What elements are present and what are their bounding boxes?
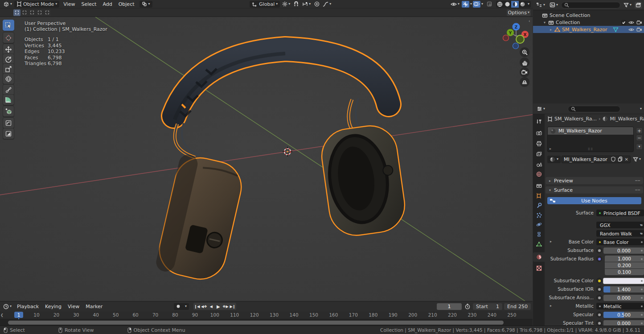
decorator-dot[interactable] bbox=[641, 280, 643, 282]
checkbox-icon[interactable] bbox=[621, 20, 626, 25]
timeline-menu-marker[interactable]: Marker bbox=[82, 303, 106, 310]
mode-dropdown[interactable]: Object Mode▾ bbox=[14, 1, 59, 8]
editor-type-button[interactable]: ▾ bbox=[2, 1, 13, 8]
enum-dropdown[interactable]: GGX▾ bbox=[596, 222, 644, 228]
enum-dropdown[interactable]: Random Walk▾ bbox=[596, 230, 644, 237]
play-reverse-button[interactable]: ◀ bbox=[208, 303, 215, 310]
frame-start-field[interactable]: Start1 bbox=[473, 303, 502, 310]
select-mode-subtract[interactable] bbox=[29, 9, 36, 16]
frame-end-field[interactable]: End250 bbox=[504, 303, 531, 310]
camera-icon[interactable] bbox=[636, 27, 642, 32]
decorator-dot[interactable] bbox=[641, 258, 643, 260]
tab-collection[interactable] bbox=[533, 181, 545, 190]
tool-add-cube[interactable] bbox=[3, 106, 14, 117]
jump-to-end-button[interactable]: ▶❙ bbox=[229, 303, 236, 310]
snap-settings-dropdown[interactable]: ▾ bbox=[301, 1, 312, 8]
decorator-dot[interactable] bbox=[641, 250, 643, 252]
shading-solid-button[interactable] bbox=[504, 1, 511, 8]
decorator-dot[interactable] bbox=[641, 297, 643, 299]
ortho-perspective-button[interactable] bbox=[520, 77, 529, 87]
select-mode-intersect[interactable] bbox=[44, 9, 51, 16]
socket-button[interactable] bbox=[596, 256, 602, 262]
value-slider[interactable]: 0.500 bbox=[603, 312, 644, 318]
material-slot-row[interactable]: MI_Walkers_Razor bbox=[548, 127, 633, 135]
proportional-edit-toggle[interactable] bbox=[313, 1, 320, 8]
pan-hand-button[interactable] bbox=[520, 58, 529, 67]
outliner-row-sm-walkers-razor[interactable]: ▸ SM_Walkers_Razor bbox=[533, 26, 644, 33]
camera-icon[interactable] bbox=[636, 20, 642, 25]
material-slot-specials-dropdown[interactable]: ▾ bbox=[636, 144, 643, 150]
timeline-menu-view[interactable]: View bbox=[65, 303, 82, 310]
socket-button[interactable] bbox=[596, 312, 602, 318]
sidebar-collapse-arrow[interactable]: ‹ bbox=[529, 19, 530, 23]
breadcrumb-object[interactable]: SM_Walkers_Ra... bbox=[554, 116, 597, 122]
previous-keyframe-button[interactable]: ◀❖ bbox=[201, 303, 208, 310]
tab-render[interactable] bbox=[533, 128, 545, 138]
pivot-point-dropdown[interactable]: ▾ bbox=[281, 1, 291, 8]
tab-world[interactable] bbox=[533, 169, 545, 179]
preview-panel-header[interactable]: ▸Preview══ bbox=[546, 177, 643, 184]
shading-material-button[interactable] bbox=[511, 1, 519, 8]
decorator-dot[interactable] bbox=[641, 314, 643, 316]
tab-physics[interactable] bbox=[533, 220, 545, 229]
outliner-row-scene-collection[interactable]: Scene Collection bbox=[533, 12, 644, 19]
transform-orientation-dropdown[interactable]: Global▾ bbox=[250, 1, 280, 8]
object-type-visibility-dropdown[interactable]: ▾ bbox=[449, 1, 461, 8]
use-nodes-button[interactable]: Use Nodes bbox=[547, 197, 641, 204]
use-preview-range-toggle[interactable] bbox=[464, 303, 471, 310]
timeline-left-arrow[interactable]: ❮ bbox=[0, 313, 4, 317]
decorator-dot[interactable] bbox=[641, 224, 643, 226]
camera-view-button[interactable] bbox=[520, 67, 529, 77]
tool-select-box[interactable] bbox=[3, 20, 14, 31]
show-gizmo-toggle[interactable] bbox=[462, 1, 469, 8]
tool-extra-tool-b[interactable] bbox=[3, 128, 14, 139]
select-mode-set[interactable] bbox=[13, 9, 21, 16]
outliner-filter-dropdown[interactable]: ▾ bbox=[622, 2, 633, 8]
gizmo-neg-x-axis[interactable] bbox=[503, 35, 509, 41]
socket-button[interactable] bbox=[596, 286, 602, 292]
socket-button[interactable] bbox=[596, 295, 602, 301]
playhead[interactable]: 1 bbox=[14, 312, 23, 318]
menu-select[interactable]: Select bbox=[78, 1, 99, 8]
tool-cursor[interactable] bbox=[3, 32, 14, 43]
gizmo-neg-y-axis[interactable] bbox=[516, 35, 524, 43]
value-slider[interactable]: 0.000 bbox=[603, 295, 644, 301]
timeline-editor-type-button[interactable]: ▾ bbox=[2, 303, 13, 310]
tab-constraints[interactable] bbox=[533, 230, 545, 239]
navigation-gizmo[interactable]: Z Y X bbox=[500, 20, 532, 52]
current-frame-field[interactable]: 1 bbox=[437, 303, 462, 310]
zoom-button[interactable] bbox=[520, 47, 529, 57]
material-specials-dropdown[interactable]: ▾ bbox=[632, 156, 642, 163]
tab-modifiers[interactable] bbox=[533, 201, 545, 210]
eye-icon[interactable] bbox=[628, 21, 634, 25]
vector-field[interactable]: 0.200 bbox=[605, 262, 644, 268]
select-mode-extend[interactable] bbox=[21, 9, 28, 16]
decorator-dot[interactable] bbox=[641, 322, 643, 324]
tool-measure[interactable] bbox=[3, 94, 14, 105]
shader-menu[interactable]: Principled BSDF bbox=[596, 210, 644, 216]
eye-icon[interactable] bbox=[628, 28, 634, 32]
menu-object[interactable]: Object bbox=[115, 1, 138, 8]
play-button[interactable]: ▶ bbox=[215, 303, 222, 310]
tab-output[interactable] bbox=[533, 139, 545, 148]
timeline-menu-playback[interactable]: Playback bbox=[14, 303, 42, 310]
outliner-display-mode-dropdown[interactable]: ▾ bbox=[548, 2, 559, 8]
fake-user-shield-icon[interactable] bbox=[611, 157, 615, 162]
shading-rendered-button[interactable] bbox=[519, 1, 526, 8]
decorator-dot[interactable] bbox=[641, 289, 643, 290]
color-swatch[interactable] bbox=[603, 278, 644, 284]
tab-data[interactable] bbox=[533, 239, 545, 249]
tab-material[interactable] bbox=[533, 252, 545, 262]
value-slider[interactable]: 1.400 bbox=[603, 286, 644, 293]
add-material-slot-button[interactable]: + bbox=[636, 128, 643, 134]
show-overlays-toggle[interactable] bbox=[473, 1, 480, 8]
slot-list-resize-grip[interactable]: ⠿⠿ bbox=[588, 148, 593, 151]
jump-to-start-button[interactable]: ❙◀ bbox=[193, 303, 201, 310]
menu-view[interactable]: View bbox=[60, 1, 78, 8]
material-slot-list[interactable]: MI_Walkers_Razor ▸ ⠿⠿ bbox=[547, 127, 634, 152]
decorator-dot[interactable] bbox=[641, 233, 643, 235]
shading-wireframe-button[interactable] bbox=[496, 1, 504, 8]
gizmo-neg-z-axis[interactable] bbox=[513, 43, 519, 49]
tab-tool[interactable] bbox=[533, 117, 545, 126]
tab-scene[interactable] bbox=[533, 159, 545, 169]
